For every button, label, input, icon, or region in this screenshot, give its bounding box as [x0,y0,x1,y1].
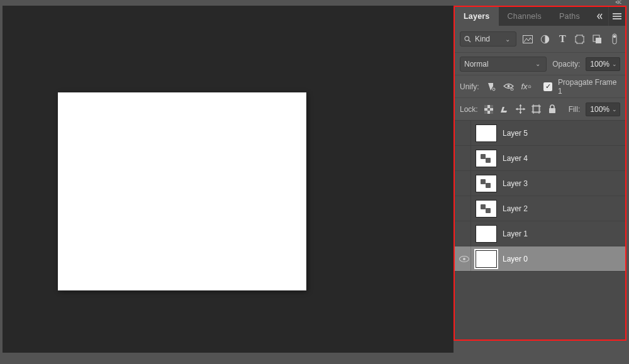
visibility-toggle[interactable] [457,171,471,196]
filter-smart-icon[interactable] [591,33,603,45]
eye-icon [459,256,469,262]
svg-point-3 [465,36,469,41]
unify-label: Unify: [460,82,479,91]
fill-label: Fill: [569,105,581,114]
layers-panel-highlight: Layers Channels Paths [454,6,626,341]
opacity-input[interactable]: 100% ⌄ [586,57,620,71]
svg-point-15 [613,35,616,38]
filter-mode-label: Kind [475,35,490,43]
layers-list: Layer 5Layer 4Layer 3Layer 2Layer 1Layer… [455,120,625,339]
visibility-toggle[interactable] [457,121,471,145]
layer-row[interactable]: Layer 4 [455,146,625,171]
lock-position-icon[interactable] [515,103,525,116]
canvas-area[interactable] [0,6,454,364]
filter-toggle-icon[interactable] [609,33,621,45]
svg-rect-2 [613,18,621,19]
panel-tabs: Layers Channels Paths [455,7,625,26]
tab-channels[interactable]: Channels [499,7,550,26]
svg-rect-30 [549,108,555,113]
filter-type-icon[interactable]: T [557,33,569,45]
layer-thumbnail[interactable] [476,251,496,267]
opacity-label: Opacity: [552,60,580,69]
layer-name[interactable]: Layer 2 [503,204,528,213]
filter-mode-select[interactable]: Kind ⌄ [460,31,516,47]
svg-rect-25 [533,106,540,113]
svg-rect-22 [487,108,490,111]
blend-mode-value: Normal [464,60,489,69]
layer-row[interactable]: Layer 3 [455,171,625,196]
svg-rect-20 [484,105,487,108]
svg-point-16 [493,88,495,91]
tab-paths[interactable]: Paths [550,7,589,26]
layer-thumbnail[interactable] [476,201,496,217]
layer-thumbnail[interactable] [476,125,496,141]
chevron-down-icon: ⌄ [504,36,511,43]
search-icon [464,36,471,43]
tab-layers[interactable]: Layers [455,7,499,26]
layer-thumbnail[interactable] [476,175,496,192]
layer-row[interactable]: Layer 5 [455,121,625,146]
layer-filter-row: Kind ⌄ T [455,26,625,52]
topstrip: << [0,0,629,6]
layer-name[interactable]: Layer 4 [503,154,528,163]
filter-adjust-icon[interactable] [540,33,552,45]
layer-thumbnail[interactable] [476,226,496,242]
main-wrap: Layers Channels Paths [0,6,629,364]
canvas-page[interactable] [58,92,306,290]
layer-name[interactable]: Layer 1 [503,229,528,238]
unify-visibility-icon[interactable] [503,80,515,93]
svg-rect-13 [596,38,601,43]
layers-panel-wrap: Layers Channels Paths [454,6,629,364]
svg-point-18 [511,88,513,91]
blend-mode-select[interactable]: Normal ⌄ [460,57,547,72]
chevron-down-icon: ⌄ [612,106,617,113]
lock-row: Lock: [455,97,625,120]
svg-rect-1 [613,16,621,17]
svg-point-17 [507,85,509,87]
expand-collapse-icon[interactable] [592,7,608,26]
visibility-toggle[interactable] [457,221,471,246]
unify-row: Unify: fx⊙ ✓ Propagate Frame 1 [455,75,625,97]
svg-rect-21 [490,105,493,108]
visibility-toggle[interactable] [457,246,471,271]
layers-panel: Layers Channels Paths [455,7,625,339]
collapse-icon[interactable]: << [615,0,620,6]
lock-artboard-icon[interactable] [531,103,541,116]
visibility-toggle[interactable] [457,146,471,170]
lock-image-icon[interactable] [499,103,509,116]
unify-position-icon[interactable] [485,80,497,93]
visibility-toggle[interactable] [457,196,471,221]
blend-row: Normal ⌄ Opacity: 100% ⌄ [455,52,625,75]
svg-rect-0 [613,13,621,14]
svg-rect-9 [582,35,584,36]
fill-input[interactable]: 100% ⌄ [586,102,620,116]
lock-label: Lock: [460,105,478,114]
fill-value: 100% [590,105,610,114]
layer-name[interactable]: Layer 0 [503,255,528,263]
chevron-down-icon: ⌄ [612,61,617,67]
layer-name[interactable]: Layer 5 [503,129,528,138]
svg-rect-24 [490,111,493,114]
layer-thumbnail[interactable] [476,150,496,167]
layer-row[interactable]: Layer 2 [455,196,625,221]
lock-all-icon[interactable] [547,103,557,116]
opacity-value: 100% [590,60,610,69]
svg-rect-23 [484,111,487,114]
filter-shape-icon[interactable] [574,33,586,45]
filter-pixel-icon[interactable] [522,33,534,45]
layer-row[interactable]: Layer 1 [455,221,625,246]
unify-style-icon[interactable]: fx⊙ [520,80,532,93]
panel-menu-icon[interactable] [609,7,625,26]
svg-line-4 [469,40,470,42]
chevron-down-icon: ⌄ [535,60,541,67]
layer-name[interactable]: Layer 3 [503,179,528,188]
svg-rect-8 [575,35,577,36]
propagate-checkbox[interactable]: ✓ [543,82,552,91]
left-edge [0,6,3,364]
propagate-label: Propagate Frame 1 [558,78,620,96]
layer-row[interactable]: Layer 0 [455,246,625,272]
svg-rect-10 [575,42,577,44]
bottom-gutter [0,353,454,364]
svg-rect-11 [582,42,584,44]
lock-transparency-icon[interactable] [484,103,494,116]
